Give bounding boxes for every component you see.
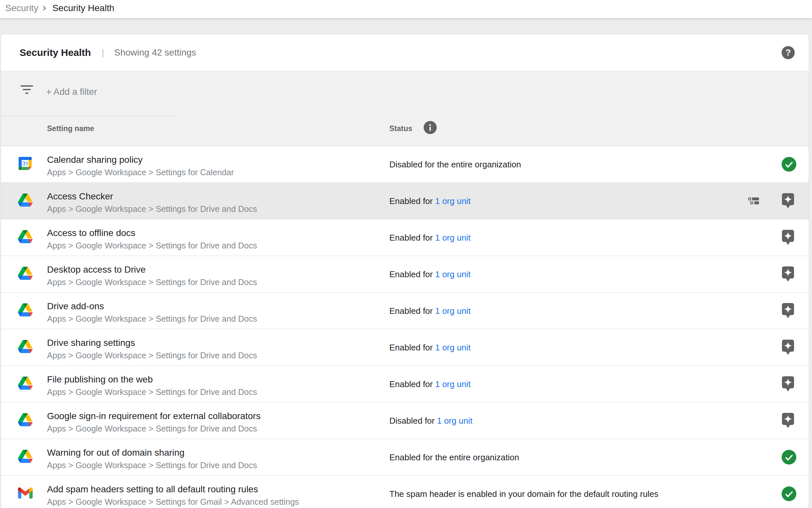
svg-text:?: ?	[785, 48, 791, 57]
